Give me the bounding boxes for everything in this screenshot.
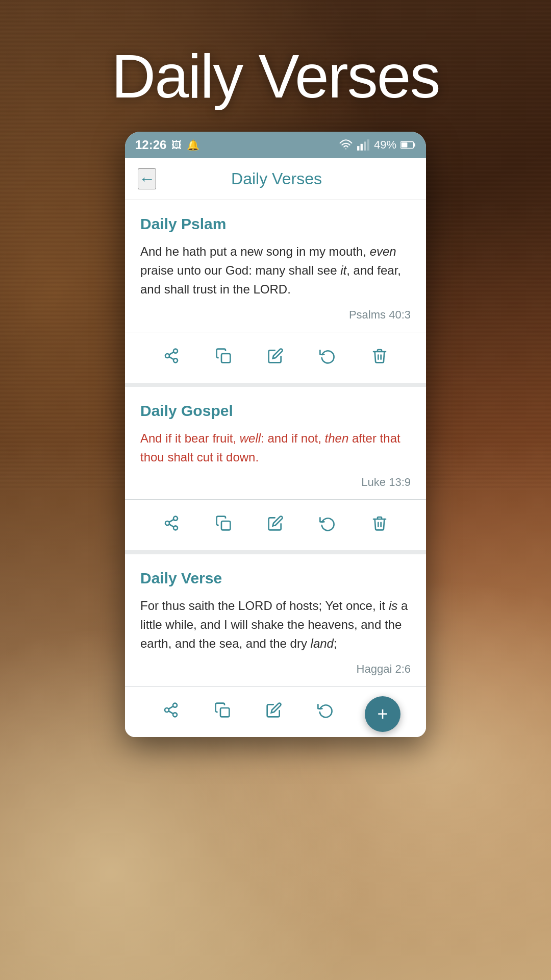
svg-rect-1 <box>357 146 359 151</box>
psalm-share-button[interactable] <box>155 344 188 372</box>
psalm-copy-button[interactable] <box>207 344 240 372</box>
svg-rect-7 <box>402 142 408 148</box>
svg-point-21 <box>165 708 169 712</box>
status-bar: 12:26 🖼 🔔 49% <box>125 132 426 158</box>
cards-container: Daily Pslam And he hath put a new song i… <box>125 200 426 737</box>
notification-icon: 🔔 <box>187 139 199 151</box>
psalm-actions <box>140 332 411 383</box>
verse-section-title: Daily Verse <box>140 570 411 587</box>
svg-rect-2 <box>361 144 363 151</box>
edit-icon <box>267 348 284 364</box>
svg-rect-13 <box>221 354 230 362</box>
verse-edit-button[interactable] <box>258 698 290 726</box>
card-gospel: Daily Gospel And if it bear fruit, well:… <box>125 387 426 554</box>
svg-line-23 <box>169 711 173 714</box>
gospel-delete-button[interactable] <box>363 511 396 539</box>
gospel-refresh-button[interactable] <box>311 511 344 539</box>
status-left: 12:26 🖼 🔔 <box>135 138 199 152</box>
share-icon-3 <box>163 702 179 718</box>
svg-line-11 <box>169 357 173 359</box>
delete-icon-2 <box>371 515 388 531</box>
app-header: ← Daily Verses <box>125 158 426 200</box>
svg-point-15 <box>165 521 169 525</box>
svg-point-10 <box>173 358 178 362</box>
battery-text: 49% <box>374 138 396 152</box>
status-time: 12:26 <box>135 138 166 152</box>
verse-actions: + <box>140 687 411 737</box>
app-header-title: Daily Verses <box>166 169 387 188</box>
gospel-copy-button[interactable] <box>207 511 240 539</box>
battery-icon <box>400 140 416 150</box>
card-verse: Daily Verse For thus saith the LORD of h… <box>125 554 426 737</box>
psalm-section-title: Daily Pslam <box>140 215 411 233</box>
psalm-verse-text: And he hath put a new song in my mouth, … <box>140 242 411 299</box>
svg-point-14 <box>173 517 178 521</box>
gospel-actions <box>140 500 411 550</box>
svg-line-12 <box>169 352 173 354</box>
gospel-edit-button[interactable] <box>259 511 292 539</box>
svg-rect-3 <box>364 142 366 151</box>
back-button[interactable]: ← <box>138 168 156 189</box>
phone-frame: 12:26 🖼 🔔 49% <box>125 132 426 737</box>
svg-rect-25 <box>220 708 229 717</box>
wifi-icon <box>339 138 353 152</box>
verse-verse-text: For thus saith the LORD of hosts; Yet on… <box>140 596 411 653</box>
verse-reference: Haggai 2:6 <box>140 663 411 676</box>
edit-icon-3 <box>266 702 282 718</box>
verse-share-button[interactable] <box>155 698 187 726</box>
svg-point-9 <box>165 354 169 358</box>
gallery-icon: 🖼 <box>171 139 182 151</box>
svg-rect-4 <box>367 139 369 151</box>
svg-rect-6 <box>414 143 415 146</box>
share-icon <box>163 348 180 364</box>
verse-refresh-button[interactable] <box>309 698 342 726</box>
gospel-section-title: Daily Gospel <box>140 402 411 420</box>
share-icon-2 <box>163 515 180 531</box>
edit-icon-2 <box>267 515 284 531</box>
svg-line-24 <box>169 706 173 708</box>
refresh-icon-3 <box>317 702 334 718</box>
refresh-icon <box>319 348 336 364</box>
copy-icon <box>215 348 232 364</box>
psalm-refresh-button[interactable] <box>311 344 344 372</box>
svg-point-20 <box>173 703 177 707</box>
hero-title: Daily Verses <box>0 0 551 132</box>
gospel-share-button[interactable] <box>155 511 188 539</box>
psalm-reference: Psalms 40:3 <box>140 308 411 322</box>
psalm-edit-button[interactable] <box>259 344 292 372</box>
verse-copy-button[interactable] <box>206 698 239 726</box>
signal-icon <box>357 138 370 152</box>
svg-point-8 <box>173 349 178 353</box>
svg-line-17 <box>169 524 173 527</box>
gospel-reference: Luke 13:9 <box>140 476 411 489</box>
status-right: 49% <box>339 138 416 152</box>
card-psalm: Daily Pslam And he hath put a new song i… <box>125 200 426 387</box>
svg-line-18 <box>169 520 173 522</box>
svg-point-16 <box>173 526 178 530</box>
delete-icon <box>371 348 388 364</box>
svg-rect-19 <box>221 521 230 530</box>
refresh-icon-2 <box>319 515 336 531</box>
svg-point-0 <box>345 149 346 150</box>
add-fab-button[interactable]: + <box>365 696 400 732</box>
copy-icon-2 <box>215 515 232 531</box>
svg-point-22 <box>173 713 177 717</box>
psalm-delete-button[interactable] <box>363 344 396 372</box>
gospel-verse-text: And if it bear fruit, well: and if not, … <box>140 429 411 467</box>
copy-icon-3 <box>214 702 231 718</box>
